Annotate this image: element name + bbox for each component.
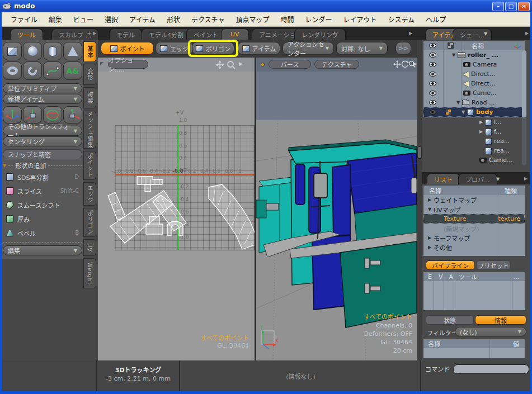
orbit-icon[interactable] bbox=[401, 60, 409, 68]
point-mode-button[interactable]: ポイント bbox=[101, 42, 154, 55]
menu-view[interactable]: ビュー bbox=[68, 12, 99, 26]
menu-render[interactable]: レンダー bbox=[299, 12, 337, 26]
texture-shading-button[interactable]: テクスチャ bbox=[314, 60, 359, 69]
viewport-menu-icon[interactable]: ▶ bbox=[413, 61, 417, 67]
panel-splitter[interactable] bbox=[417, 40, 422, 360]
item-row-rea2[interactable]: rea... bbox=[423, 146, 525, 155]
tab-lists[interactable]: リスト bbox=[427, 173, 460, 184]
tab-add-center-button[interactable]: + bbox=[332, 30, 337, 37]
move-tool-button[interactable] bbox=[23, 106, 42, 124]
symmetry-dropdown[interactable]: 対称: なし▼ bbox=[336, 42, 388, 55]
splitter-handle[interactable] bbox=[417, 146, 422, 159]
eye-icon[interactable] bbox=[429, 100, 436, 105]
item-row-l[interactable]: ▶ l... bbox=[423, 117, 525, 127]
render-checker-icon[interactable] bbox=[445, 109, 451, 115]
perspective-button[interactable]: パース bbox=[269, 60, 311, 69]
item-mode-button[interactable]: アイテム bbox=[238, 42, 280, 55]
tab-preset[interactable]: プリセット bbox=[476, 260, 511, 270]
tab-overflow-center-icon[interactable]: ▶ bbox=[409, 31, 412, 36]
vtab-polygon[interactable]: ポリゴン bbox=[83, 208, 96, 237]
eye-icon[interactable] bbox=[429, 53, 436, 58]
tab-overflow-left-icon[interactable]: ▶ bbox=[93, 31, 96, 36]
list-row-other[interactable]: ▶ その他 bbox=[423, 243, 525, 252]
cube-tool-button[interactable] bbox=[3, 42, 22, 60]
scrollbar-thumb[interactable] bbox=[522, 50, 526, 117]
vtab-basic[interactable]: 基本 bbox=[83, 41, 96, 62]
smooth-shift-button[interactable]: スムースシフト bbox=[3, 198, 82, 212]
twisty-icon[interactable]: ▶ bbox=[428, 197, 434, 202]
toolbar-overflow-button[interactable]: >> bbox=[396, 42, 411, 55]
cylinder-tool-button[interactable] bbox=[43, 42, 62, 60]
title-bar[interactable]: modo – □ ✕ bbox=[0, 0, 532, 12]
item-row-camera3[interactable]: Came... bbox=[423, 155, 525, 165]
viewport-active-dot[interactable] bbox=[261, 63, 265, 67]
vtab-duplicate[interactable]: 複製 bbox=[83, 87, 96, 108]
tab-paint[interactable]: ペイント bbox=[186, 29, 225, 40]
torus-tool-button[interactable] bbox=[3, 61, 22, 80]
state-button[interactable]: 状態 bbox=[426, 315, 474, 325]
eye-icon[interactable] bbox=[429, 62, 436, 67]
vtab-edge[interactable]: エッジ bbox=[83, 182, 96, 206]
twisty-icon[interactable]: ▼ bbox=[428, 207, 434, 212]
twisty-icon[interactable]: ▶ bbox=[428, 245, 434, 250]
item-row-roller[interactable]: ▼ roller_ ... bbox=[423, 50, 525, 60]
cone-tool-button[interactable] bbox=[63, 42, 82, 60]
vtab-deform[interactable]: 変形 bbox=[83, 64, 96, 85]
list-row-morphmap[interactable]: ▶ モーフマップ bbox=[423, 233, 525, 243]
list-row-texture-selected[interactable]: Texture texture bbox=[423, 214, 525, 224]
maximize-button[interactable]: □ bbox=[505, 2, 517, 11]
item-row-camera2[interactable]: Came... bbox=[423, 88, 525, 98]
tab-dropdown-icon[interactable]: ▼ bbox=[484, 31, 487, 36]
sphere-tool-button[interactable] bbox=[23, 42, 42, 60]
filter-dropdown[interactable]: (なし) ▼ bbox=[455, 327, 526, 336]
unit-primitive-dropdown[interactable]: 単位プリミティブ▼ bbox=[3, 83, 82, 93]
bevel-button[interactable]: ベベルB bbox=[3, 226, 82, 240]
minimize-button[interactable]: – bbox=[492, 2, 504, 11]
curve-tool-button[interactable] bbox=[43, 61, 62, 80]
menu-geometry[interactable]: 形状 bbox=[161, 12, 186, 26]
menu-texture[interactable]: テクスチャ bbox=[186, 12, 230, 26]
edge-mode-button[interactable]: エッジ bbox=[156, 42, 193, 55]
tab-uv[interactable]: UV bbox=[221, 29, 249, 40]
item-row-directional2[interactable]: Direct... bbox=[423, 79, 525, 88]
twisty-icon[interactable]: ▶ bbox=[479, 120, 485, 125]
menu-layout[interactable]: レイアウト bbox=[337, 12, 382, 26]
twisty-icon[interactable]: ▼ bbox=[452, 53, 458, 58]
item-row-road-group[interactable]: ▼ Road ... bbox=[423, 98, 525, 107]
perspective-viewport[interactable]: パース テクスチャ ▶ bbox=[256, 58, 417, 360]
vtab-weight[interactable]: Weight bbox=[83, 258, 96, 288]
item-row-camera[interactable]: Camera bbox=[423, 60, 525, 69]
menu-item[interactable]: アイテム bbox=[124, 12, 161, 26]
item-row-directional1[interactable]: Direct... bbox=[423, 69, 525, 79]
twisty-icon[interactable]: ▼ bbox=[456, 100, 462, 105]
menu-help[interactable]: ヘルプ bbox=[420, 12, 451, 26]
pan-icon[interactable] bbox=[393, 60, 401, 68]
list-row-weightmap[interactable]: ▶ ウェイトマップ bbox=[423, 195, 525, 205]
command-input[interactable] bbox=[453, 364, 529, 374]
rotate-tool-button[interactable] bbox=[43, 106, 62, 124]
item-row-rea1[interactable]: rea... bbox=[423, 136, 525, 146]
slice-button[interactable]: スライスShift-C bbox=[3, 184, 82, 198]
tab-dropdown-icon[interactable]: ▼ bbox=[496, 177, 500, 182]
item-row-f[interactable]: ▶ f... bbox=[423, 127, 525, 136]
spiral-tool-button[interactable] bbox=[23, 61, 42, 80]
eye-icon[interactable] bbox=[429, 110, 436, 115]
tab-model[interactable]: モデル bbox=[109, 29, 142, 40]
menu-vertexmap[interactable]: 頂点マップ bbox=[230, 12, 275, 26]
tab-model-quad[interactable]: モデル4分割 bbox=[142, 29, 191, 40]
scale-tool-button[interactable] bbox=[63, 106, 82, 124]
twisty-icon[interactable]: ▶ bbox=[479, 129, 485, 134]
new-item-dropdown[interactable]: 新規アイテム▼ bbox=[3, 94, 82, 104]
tab-overflow-right-icon[interactable]: ▶ bbox=[525, 31, 529, 36]
add-geometry-section[interactable]: ▼ 形状の追加 bbox=[3, 162, 82, 169]
uv-viewport[interactable]: オプション..... ▶ +V 1.0 0.8 0.6 0.4 0.2 -0.2… bbox=[98, 58, 255, 360]
tab-pipeline[interactable]: パイプライン bbox=[426, 260, 475, 270]
viewport-splitter[interactable] bbox=[255, 58, 256, 360]
tab-rendering[interactable]: レンダリング bbox=[294, 29, 346, 40]
list-row-uvmap[interactable]: ▼ UVマップ bbox=[423, 205, 525, 214]
tab-tools[interactable]: ツール bbox=[10, 29, 43, 40]
tab-overflow-icon[interactable]: ▶ bbox=[524, 176, 528, 181]
thicken-button[interactable]: 厚み bbox=[3, 212, 82, 226]
sds-subdivide-button[interactable]: SDS再分割D bbox=[3, 170, 82, 184]
menu-system[interactable]: システム bbox=[382, 12, 420, 26]
